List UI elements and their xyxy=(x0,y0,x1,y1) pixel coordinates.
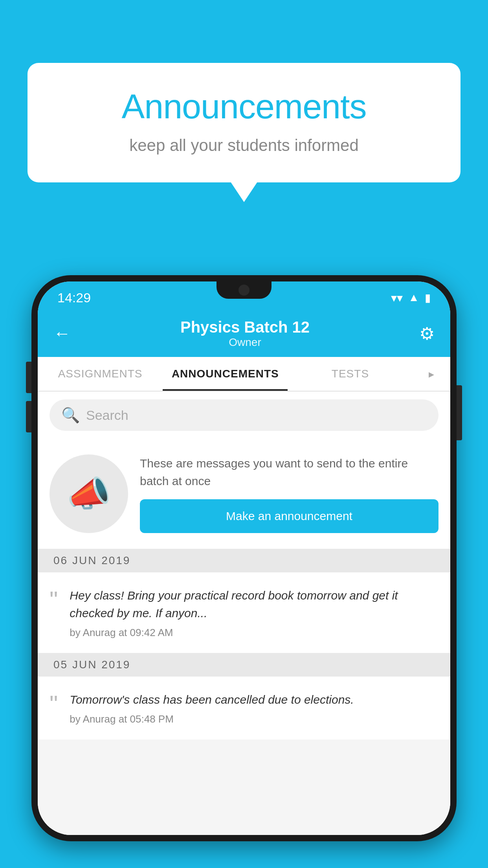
speech-bubble-title: Announcements xyxy=(59,86,429,127)
announcement-description: These are messages you want to send to t… xyxy=(140,454,438,490)
announcement-content-2: Tomorrow's class has been cancelled due … xyxy=(70,691,438,725)
announcement-icon-circle: 📣 xyxy=(50,454,128,533)
tab-assignments[interactable]: ASSIGNMENTS xyxy=(38,357,163,391)
announcement-meta-1: by Anurag at 09:42 AM xyxy=(70,627,438,639)
tab-more[interactable]: ▸ xyxy=(413,357,450,391)
header-title: Physics Batch 12 xyxy=(180,318,310,336)
speech-bubble: Announcements keep all your students inf… xyxy=(28,63,460,182)
phone-screen: 14:29 ▾▾ ▲ ▮ ← Physics Batch 12 Owner ⚙ xyxy=(38,281,450,835)
megaphone-icon: 📣 xyxy=(67,473,111,515)
tab-announcements[interactable]: ANNOUNCEMENTS xyxy=(163,357,288,391)
announcement-item-1: " Hey class! Bring your practical record… xyxy=(38,572,450,653)
search-icon: 🔍 xyxy=(61,406,80,424)
header-title-wrap: Physics Batch 12 Owner xyxy=(180,318,310,349)
quote-icon-1: " xyxy=(50,588,58,612)
phone-notch xyxy=(216,281,272,299)
date-separator-1: 06 JUN 2019 xyxy=(38,549,450,572)
battery-icon: ▮ xyxy=(425,291,431,304)
phone-camera xyxy=(238,285,250,296)
search-container: 🔍 Search xyxy=(38,392,450,439)
speech-bubble-subtitle: keep all your students informed xyxy=(59,136,429,155)
signal-icon: ▲ xyxy=(408,291,419,304)
settings-icon[interactable]: ⚙ xyxy=(419,324,435,344)
phone-button-power xyxy=(457,385,462,440)
header-subtitle: Owner xyxy=(180,336,310,349)
status-icons: ▾▾ ▲ ▮ xyxy=(391,291,431,305)
quote-icon-2: " xyxy=(50,692,58,716)
status-time: 14:29 xyxy=(57,290,91,305)
announcement-right: These are messages you want to send to t… xyxy=(140,454,438,533)
back-button[interactable]: ← xyxy=(53,324,71,343)
announcement-item-2: " Tomorrow's class has been cancelled du… xyxy=(38,677,450,739)
announcement-meta-2: by Anurag at 05:48 PM xyxy=(70,713,438,725)
make-announcement-button[interactable]: Make an announcement xyxy=(140,499,438,533)
phone-frame: 14:29 ▾▾ ▲ ▮ ← Physics Batch 12 Owner ⚙ xyxy=(31,275,457,841)
announcement-prompt: 📣 These are messages you want to send to… xyxy=(38,439,450,549)
announcement-text-2: Tomorrow's class has been cancelled due … xyxy=(70,691,438,708)
tab-tests[interactable]: TESTS xyxy=(288,357,413,391)
phone-button-volume-down xyxy=(26,401,31,432)
phone-button-volume-up xyxy=(26,362,31,393)
content-area: 🔍 Search 📣 These are messages you want t… xyxy=(38,392,450,835)
tabs-bar: ASSIGNMENTS ANNOUNCEMENTS TESTS ▸ xyxy=(38,357,450,392)
search-bar[interactable]: 🔍 Search xyxy=(50,399,438,431)
wifi-icon: ▾▾ xyxy=(391,291,403,305)
phone-wrapper: 14:29 ▾▾ ▲ ▮ ← Physics Batch 12 Owner ⚙ xyxy=(31,275,457,868)
speech-bubble-wrapper: Announcements keep all your students inf… xyxy=(28,63,460,182)
app-header: ← Physics Batch 12 Owner ⚙ xyxy=(38,310,450,357)
announcement-content-1: Hey class! Bring your practical record b… xyxy=(70,587,438,639)
search-input[interactable]: Search xyxy=(86,408,128,423)
date-separator-2: 05 JUN 2019 xyxy=(38,653,450,677)
announcement-text-1: Hey class! Bring your practical record b… xyxy=(70,587,438,622)
